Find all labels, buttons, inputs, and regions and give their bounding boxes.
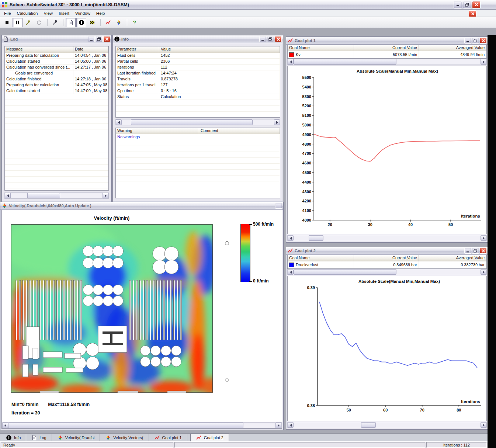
log-maximize-button[interactable] xyxy=(96,36,103,42)
column-header-goal-name[interactable]: Goal Name xyxy=(288,45,354,51)
scroll-left-arrow[interactable] xyxy=(116,119,122,125)
scroll-right-arrow[interactable] xyxy=(481,59,486,65)
column-header-warning[interactable]: Warning xyxy=(116,128,199,134)
scroll-thumb[interactable] xyxy=(131,119,253,125)
main-titlebar[interactable]: Solver: Schließwinkel 30° - 3000 l_min(V… xyxy=(0,0,496,10)
info-row[interactable]: Fluid cells1452 xyxy=(116,53,280,59)
scroll-track[interactable] xyxy=(294,422,481,428)
column-header-date[interactable]: Date xyxy=(73,46,108,53)
info-row[interactable]: Partial cells2366 xyxy=(116,59,280,65)
close-button[interactable] xyxy=(472,1,481,8)
scroll-left-arrow[interactable] xyxy=(5,193,11,198)
preview-button[interactable] xyxy=(114,18,124,27)
stop-button[interactable] xyxy=(2,18,12,27)
goal1-minimize-button[interactable] xyxy=(464,38,471,44)
goal2-minimize-button[interactable] xyxy=(464,248,471,254)
goal1-maximize-button[interactable] xyxy=(472,38,479,44)
goal2-bottom-hscrollbar[interactable] xyxy=(287,422,487,428)
log-window-titlebar[interactable]: Log xyxy=(2,35,111,43)
menu-item-calculation[interactable]: Calculation xyxy=(14,10,41,16)
scroll-thumb[interactable] xyxy=(27,193,60,198)
goal2-hscrollbar[interactable] xyxy=(287,269,487,275)
column-header-averaged-value[interactable]: Averaged Value xyxy=(419,255,486,261)
log-row[interactable]: Calculation has converged since t...14:2… xyxy=(5,65,108,70)
log-row[interactable]: Calculation started14:05:00 , Jan 06 xyxy=(5,59,108,65)
column-header-parameter[interactable]: Parameter xyxy=(116,46,159,53)
velocity-window-button[interactable] xyxy=(275,203,282,209)
scroll-right-arrow[interactable] xyxy=(103,193,108,198)
scroll-left-arrow[interactable] xyxy=(288,235,294,241)
info-row[interactable]: Iterations per 1 travel127 xyxy=(116,82,280,88)
scroll-thumb[interactable] xyxy=(8,423,243,428)
goal-row[interactable]: Kv5073.55 l/min4849.94 l/min xyxy=(288,51,486,58)
goal-plot-2-titlebar[interactable]: Goal plot 2 xyxy=(286,247,488,255)
tab-log[interactable]: Log xyxy=(26,434,52,441)
goal1-close-button[interactable] xyxy=(480,38,487,44)
log-row[interactable]: Goals are converged xyxy=(5,70,108,76)
scroll-thumb[interactable] xyxy=(294,269,396,275)
info-row[interactable]: Last iteration finished14:47:24 xyxy=(116,70,280,76)
menu-item-insert[interactable]: Insert xyxy=(56,10,72,16)
log-window-button[interactable] xyxy=(66,18,76,27)
info-minimize-button[interactable] xyxy=(259,36,266,42)
log-row[interactable]: Calculation finished14:27:18 , Jan 06 xyxy=(5,76,108,82)
scroll-thumb[interactable] xyxy=(361,422,376,428)
info-window-titlebar[interactable]: Info xyxy=(113,35,283,43)
document-close-button[interactable] xyxy=(469,10,476,17)
pin-button[interactable] xyxy=(50,18,60,27)
info-window-button[interactable] xyxy=(76,18,86,27)
tools-button[interactable] xyxy=(23,18,33,27)
info-row[interactable]: Iterations112 xyxy=(116,65,280,70)
column-header-current-value[interactable]: Current Value xyxy=(354,45,419,51)
scroll-track[interactable] xyxy=(122,119,274,125)
log-hscrollbar[interactable] xyxy=(4,192,109,199)
warning-row[interactable]: No warnings xyxy=(116,134,280,140)
column-header-averaged-value[interactable]: Averaged Value xyxy=(419,45,486,51)
scroll-right-arrow[interactable] xyxy=(275,423,281,428)
goal-plot-button[interactable] xyxy=(103,18,113,27)
scroll-left-arrow[interactable] xyxy=(288,422,294,428)
info-row[interactable]: Cpu time0 : 5 : 16 xyxy=(116,88,280,94)
help-button[interactable]: ? xyxy=(129,18,139,27)
scroll-left-arrow[interactable] xyxy=(288,59,294,65)
scroll-thumb[interactable] xyxy=(294,59,396,65)
column-header-comment[interactable]: Comment xyxy=(199,128,280,134)
scroll-track[interactable] xyxy=(8,423,275,428)
goal-plot-1-titlebar[interactable]: Goal plot 1 xyxy=(286,37,488,45)
scroll-track[interactable] xyxy=(11,193,103,198)
scroll-track[interactable] xyxy=(294,59,481,65)
scroll-right-arrow[interactable] xyxy=(481,422,486,428)
scroll-track[interactable] xyxy=(294,235,481,241)
goal1-hscrollbar[interactable] xyxy=(287,59,487,65)
menu-item-help[interactable]: Help xyxy=(93,10,108,16)
tab-info[interactable]: Info xyxy=(1,434,26,441)
log-close-button[interactable] xyxy=(103,36,110,42)
refresh-button[interactable] xyxy=(34,18,44,27)
menu-item-file[interactable]: File xyxy=(1,10,14,16)
tab-velocity-vectors[interactable]: Velocity Vectors( xyxy=(100,434,149,441)
info-row[interactable]: StatusCalculation xyxy=(116,94,280,100)
menu-item-view[interactable]: View xyxy=(41,10,56,16)
column-header-value[interactable]: Value xyxy=(159,46,280,53)
column-header-goal-name[interactable]: Goal Name xyxy=(288,255,354,261)
scroll-thumb[interactable] xyxy=(309,235,324,241)
log-row[interactable]: Preparing data for calculation14:04:54 ,… xyxy=(5,53,108,59)
tab-goal-plot-2[interactable]: Goal plot 2 xyxy=(190,434,229,441)
menu-item-window[interactable]: Window xyxy=(72,10,93,16)
goal-row[interactable]: Druckverlust0.349639 bar0.382739 bar xyxy=(288,261,486,268)
goal1-bottom-hscrollbar[interactable] xyxy=(287,235,487,241)
info-hscrollbar[interactable] xyxy=(115,119,280,125)
tab-goal-plot-1[interactable]: Goal plot 1 xyxy=(149,434,187,441)
goal2-close-button[interactable] xyxy=(480,248,487,254)
scroll-left-arrow[interactable] xyxy=(2,423,8,428)
tab-velocity-draufsi[interactable]: Velocity( Draufsi xyxy=(52,434,100,441)
scroll-right-arrow[interactable] xyxy=(274,119,280,125)
scroll-right-arrow[interactable] xyxy=(481,235,486,241)
goal2-maximize-button[interactable] xyxy=(472,248,479,254)
restore-button[interactable] xyxy=(463,1,471,8)
minimize-button[interactable] xyxy=(454,1,462,8)
velocity-hscrollbar[interactable] xyxy=(2,422,282,428)
log-row[interactable]: Calculation started14:47:09 , May 08 xyxy=(5,88,108,94)
scroll-track[interactable] xyxy=(294,269,481,275)
info-close-button[interactable] xyxy=(275,36,282,42)
